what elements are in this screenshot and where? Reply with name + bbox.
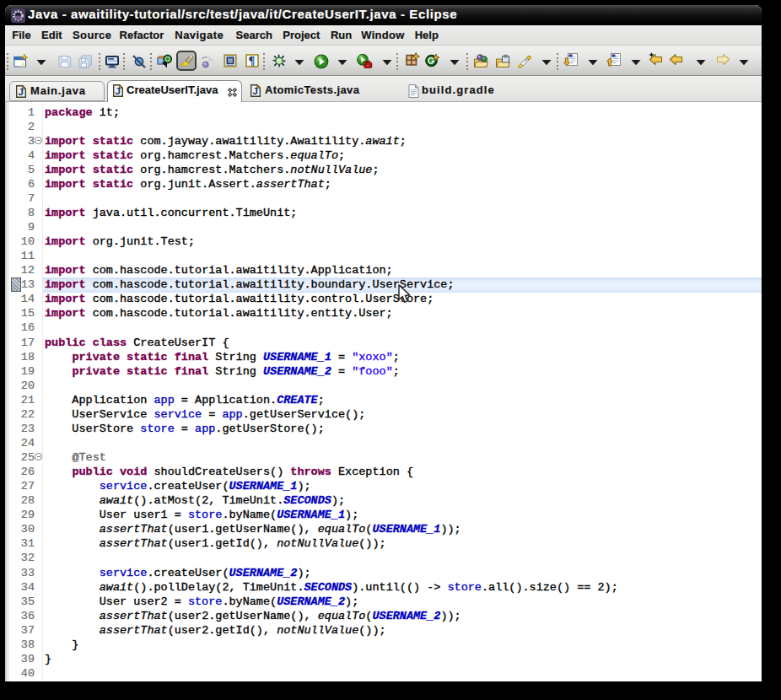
svg-text:¶: ¶ [248, 54, 255, 67]
svg-text:J: J [253, 86, 258, 96]
svg-text:J: J [19, 87, 24, 97]
svg-text:J: J [116, 86, 121, 96]
